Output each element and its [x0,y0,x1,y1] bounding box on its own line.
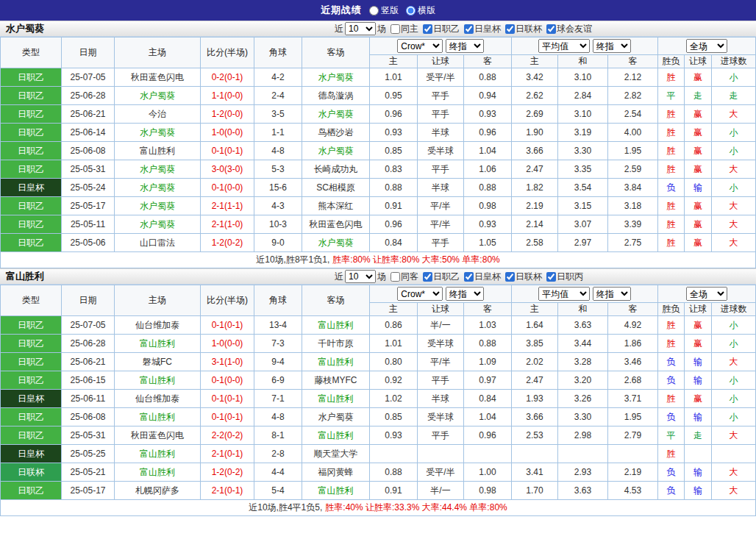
filter-checkbox[interactable] [423,272,432,282]
filter-checkbox[interactable] [546,272,556,282]
odds-away: 1.00 [464,463,512,482]
col-odds-handicap: 让球 [418,303,464,316]
away-team[interactable]: 长崎成功丸 [302,160,370,179]
odds-handicap: 平/半 [418,215,464,234]
away-team[interactable]: 富山胜利 [302,353,370,371]
odds-home: 0.92 [370,371,418,390]
home-team[interactable]: 山口雷法 [115,234,201,252]
home-team[interactable]: 富山胜利 [115,371,201,390]
bookmaker-select[interactable]: Crow* [397,39,443,53]
home-team[interactable]: 秋田蓝色闪电 [115,426,201,445]
home-team[interactable]: 磐城FC [115,353,201,371]
odds-away: 0.88 [464,335,512,353]
home-team[interactable]: 水户蜀葵 [115,179,201,197]
away-team[interactable]: 藤枝MYFC [302,371,370,390]
filter-checkbox[interactable] [464,24,474,34]
col-score: 比分(半场) [201,285,254,316]
filter-option[interactable]: 同客 [389,271,418,283]
home-team[interactable]: 秋田蓝色闪电 [115,68,201,87]
away-team[interactable]: 富山胜利 [302,426,370,445]
filter-checkbox[interactable] [505,272,515,282]
vertical-radio[interactable] [369,6,379,15]
avg-home: 3.42 [512,68,558,87]
filter-checkbox[interactable] [391,272,400,282]
filter-option[interactable]: 日职丙 [545,271,583,283]
away-team[interactable]: 水户蜀葵 [302,105,370,124]
filter-option[interactable]: 球会友谊 [545,23,592,35]
filter-option[interactable]: 日联杯 [504,23,542,35]
away-team[interactable]: 富山胜利 [302,482,370,500]
result-handicap: 赢 [685,124,712,142]
filter-checkbox[interactable] [546,24,556,34]
filter-option[interactable]: 日皇杯 [463,271,501,283]
match-type: 日职乙 [1,87,62,105]
home-team[interactable]: 富山胜利 [115,142,201,160]
avg-draw: 3.28 [558,353,608,371]
away-team[interactable]: 德岛漩涡 [302,87,370,105]
filter-option[interactable]: 日联杯 [504,271,542,283]
odds-away: 0.88 [464,179,512,197]
filter-checkbox[interactable] [423,24,432,34]
away-team[interactable]: 鸟栖沙岩 [302,124,370,142]
vertical-label: 竖版 [381,4,399,17]
home-team[interactable]: 水户蜀葵 [115,87,201,105]
final-index-select-2[interactable]: 终指 [593,287,631,301]
final-index-select-2[interactable]: 终指 [593,39,631,53]
horizontal-radio[interactable] [406,6,416,15]
home-team[interactable]: 水户蜀葵 [115,124,201,142]
final-index-select[interactable]: 终指 [446,287,484,301]
result-wdl: 胜 [658,234,685,252]
odds-away: 0.98 [464,482,512,500]
home-team[interactable]: 富山胜利 [115,408,201,426]
home-team[interactable]: 水户蜀葵 [115,197,201,215]
odds-home: 1.01 [370,68,418,87]
odds-home: 0.88 [370,463,418,482]
home-team[interactable]: 水户蜀葵 [115,160,201,179]
result-wdl: 胜 [658,124,685,142]
avg-home: 2.14 [512,215,558,234]
match-count-select[interactable]: 10 [345,22,376,35]
result-wdl: 负 [658,179,685,197]
away-team[interactable]: 富山胜利 [302,390,370,408]
away-team[interactable]: 秋田蓝色闪电 [302,215,370,234]
away-team[interactable]: 水户蜀葵 [302,142,370,160]
away-team[interactable]: 顺天堂大学 [302,445,370,463]
home-team[interactable]: 富山胜利 [115,445,201,463]
average-select[interactable]: 平均值 [538,39,590,53]
home-team[interactable]: 水户蜀葵 [115,215,201,234]
avg-home: 2.19 [512,197,558,215]
home-team[interactable]: 富山胜利 [115,335,201,353]
away-team[interactable]: 熊本深红 [302,197,370,215]
odds-handicap: 半球 [418,179,464,197]
layout-option-vertical[interactable]: 竖版 [369,4,399,17]
result-goals: 大 [712,160,756,179]
filter-option[interactable]: 同主 [389,23,418,35]
full-match-select[interactable]: 全场 [686,39,727,53]
away-team[interactable]: 水户蜀葵 [302,68,370,87]
result-goals: 小 [712,316,756,335]
away-team[interactable]: SC相模原 [302,179,370,197]
home-team[interactable]: 札幌冈萨多 [115,482,201,500]
filter-checkbox[interactable] [505,24,515,34]
final-index-select[interactable]: 终指 [446,39,484,53]
filter-checkbox[interactable] [464,272,474,282]
bookmaker-select[interactable]: Crow* [397,287,443,301]
filter-option[interactable]: 日皇杯 [463,23,501,35]
home-team[interactable]: 富山胜利 [115,463,201,482]
away-team[interactable]: 福冈黄蜂 [302,463,370,482]
home-team[interactable]: 仙台维加泰 [115,316,201,335]
odds-handicap: 半/一 [418,482,464,500]
away-team[interactable]: 水户蜀葵 [302,408,370,426]
away-team[interactable]: 千叶市原 [302,335,370,353]
average-select[interactable]: 平均值 [538,287,590,301]
away-team[interactable]: 富山胜利 [302,316,370,335]
home-team[interactable]: 仙台维加泰 [115,390,201,408]
filter-option[interactable]: 日职乙 [421,271,460,283]
home-team[interactable]: 今治 [115,105,201,124]
layout-option-horizontal[interactable]: 横版 [406,4,435,17]
filter-option[interactable]: 日职乙 [421,23,460,35]
away-team[interactable]: 水户蜀葵 [302,234,370,252]
match-count-select[interactable]: 10 [345,270,376,283]
filter-checkbox[interactable] [391,24,400,34]
full-match-select[interactable]: 全场 [686,287,727,301]
